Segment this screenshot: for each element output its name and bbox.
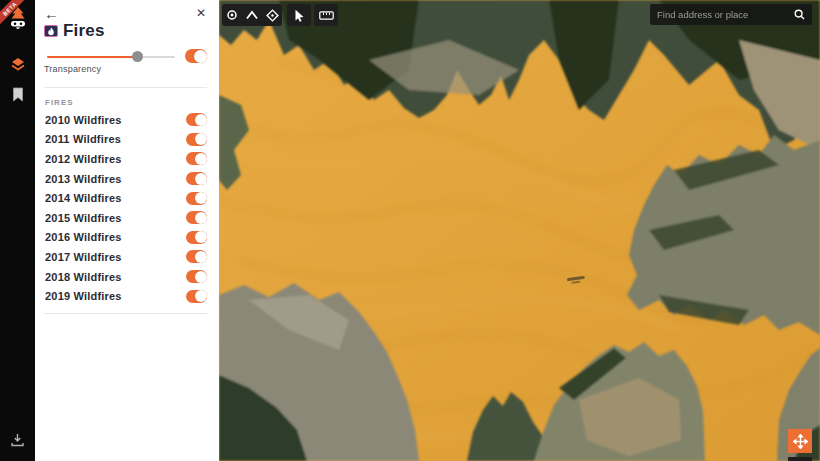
wildfire-layer-toggle[interactable]: [186, 152, 207, 165]
transparency-slider-fill: [47, 56, 137, 58]
wildfire-layer-toggle[interactable]: [186, 113, 207, 126]
create-area-button[interactable]: [262, 4, 282, 26]
map-terrain: [219, 0, 820, 461]
search-icon[interactable]: [794, 9, 805, 20]
wildfire-layer-label: 2014 Wildfires: [45, 192, 122, 204]
wildfire-layer-label: 2011 Wildfires: [45, 133, 121, 145]
wildfire-layer-row[interactable]: 2017 Wildfires: [45, 247, 207, 267]
waypoint-icon: [226, 9, 238, 21]
wildfire-layer-toggle[interactable]: [186, 172, 207, 185]
sidebar-item-saved[interactable]: [0, 87, 35, 102]
divider: [44, 87, 207, 88]
fires-layer-panel: ← ✕ Fires Transparency FIRES 2010 Wildfi…: [35, 0, 219, 461]
wildfire-layer-label: 2015 Wildfires: [45, 212, 122, 224]
move-arrows-icon: [793, 434, 808, 449]
wildfire-layer-label: 2016 Wildfires: [45, 231, 122, 243]
layers-icon: [10, 57, 26, 72]
area-diamond-icon: [266, 9, 279, 22]
wildfire-layer-label: 2019 Wildfires: [45, 290, 122, 302]
close-button[interactable]: ✕: [196, 7, 206, 19]
wildfire-layer-label: 2017 Wildfires: [45, 251, 122, 263]
wildfire-layer-label: 2018 Wildfires: [45, 271, 122, 283]
wildfire-layer-label: 2012 Wildfires: [45, 153, 122, 165]
gaia-logo-icon: [7, 6, 29, 32]
fires-layer-icon: [44, 25, 58, 37]
panel-title: Fires: [63, 21, 105, 41]
route-chevron-icon: [245, 10, 259, 20]
measure-ruler-icon: [319, 11, 334, 20]
fires-master-toggle[interactable]: [185, 49, 207, 63]
wildfire-layer-toggle[interactable]: [186, 133, 207, 146]
transparency-slider-handle[interactable]: [132, 51, 143, 62]
add-waypoint-button[interactable]: [222, 4, 242, 26]
wildfire-layer-row[interactable]: 2014 Wildfires: [45, 188, 207, 208]
sidebar-item-layers[interactable]: [0, 57, 35, 72]
map-canvas[interactable]: [219, 0, 820, 461]
wildfire-layer-label: 2013 Wildfires: [45, 173, 122, 185]
back-button[interactable]: ←: [44, 6, 59, 21]
download-icon: [10, 433, 25, 447]
left-rail: BETA: [0, 0, 35, 461]
wildfire-layer-label: 2010 Wildfires: [45, 114, 122, 126]
wildfire-layer-toggle[interactable]: [186, 270, 207, 283]
bookmark-icon: [12, 87, 24, 102]
wildfire-layer-row[interactable]: 2019 Wildfires: [45, 286, 207, 306]
create-route-button[interactable]: [242, 4, 262, 26]
wildfire-layer-row[interactable]: 2010 Wildfires: [45, 110, 207, 130]
gaia-map-app: BETA: [0, 0, 820, 461]
fires-section-header: FIRES: [45, 98, 74, 107]
wildfire-layer-row[interactable]: 2013 Wildfires: [45, 169, 207, 189]
gaia-logo[interactable]: [0, 6, 35, 32]
wildfire-layer-toggle[interactable]: [186, 250, 207, 263]
divider: [44, 313, 207, 314]
select-tool-button[interactable]: [287, 4, 311, 26]
wildfire-layer-toggle[interactable]: [186, 231, 207, 244]
map-tools-group: [222, 4, 282, 26]
search-input[interactable]: [657, 9, 794, 20]
wildfire-layer-list: 2010 Wildfires 2011 Wildfires 2012 Wildf…: [45, 110, 207, 306]
wildfire-layer-row[interactable]: 2016 Wildfires: [45, 228, 207, 248]
wildfire-layer-row[interactable]: 2018 Wildfires: [45, 267, 207, 287]
wildfire-layer-toggle[interactable]: [186, 211, 207, 224]
measure-tool-button[interactable]: [314, 4, 338, 26]
transparency-label: Transparency: [44, 64, 101, 74]
wildfire-layer-row[interactable]: 2011 Wildfires: [45, 130, 207, 150]
wildfire-layer-row[interactable]: 2012 Wildfires: [45, 149, 207, 169]
select-cursor-icon: [294, 9, 305, 22]
wildfire-layer-toggle[interactable]: [186, 290, 207, 303]
transparency-slider-track[interactable]: [47, 56, 175, 58]
search-bar[interactable]: [650, 4, 812, 25]
partially-visible-button[interactable]: [788, 457, 812, 461]
wildfire-layer-toggle[interactable]: [186, 192, 207, 205]
wildfire-layer-row[interactable]: 2015 Wildfires: [45, 208, 207, 228]
pan-mode-button[interactable]: [788, 429, 812, 453]
sidebar-item-download[interactable]: [0, 433, 35, 447]
transparency-slider[interactable]: [47, 50, 207, 63]
